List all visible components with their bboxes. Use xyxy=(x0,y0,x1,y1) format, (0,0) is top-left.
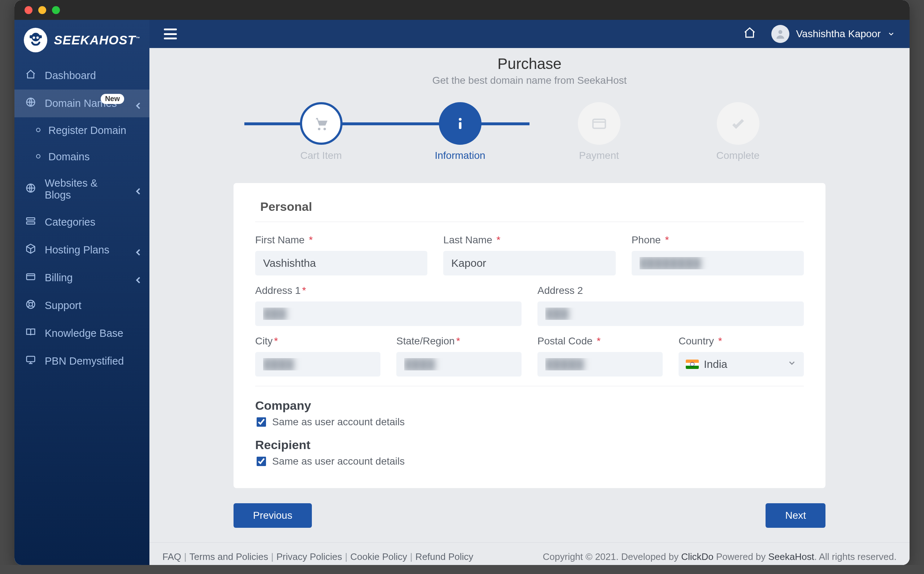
country-flag-icon xyxy=(686,360,699,369)
brand[interactable]: SEEKAHOST™ xyxy=(14,20,150,62)
circle-icon xyxy=(35,151,42,162)
nav: DashboardDomain NamesNewRegister DomainD… xyxy=(14,62,150,375)
sidebar-item-domain-names[interactable]: Domain NamesNew xyxy=(14,90,150,117)
footer: FAQ|Terms and Policies|Privacy Policies|… xyxy=(150,542,910,565)
life-icon xyxy=(25,299,36,312)
company-same-label: Same as user account details xyxy=(272,416,405,428)
cart-icon xyxy=(300,102,343,145)
footer-link-cookie-policy[interactable]: Cookie Policy xyxy=(351,551,408,562)
svg-point-16 xyxy=(323,128,326,130)
sidebar-item-label: Register Domain xyxy=(48,125,139,136)
recipient-same-checkbox[interactable] xyxy=(257,457,266,466)
sidebar-item-billing[interactable]: Billing xyxy=(14,264,150,292)
first-name-input[interactable] xyxy=(255,251,427,276)
svg-rect-13 xyxy=(27,356,35,362)
footer-link-terms-and-policies[interactable]: Terms and Policies xyxy=(189,551,268,562)
sidebar-item-label: Hosting Plans xyxy=(45,244,124,256)
sidebar-item-support[interactable]: Support xyxy=(14,292,150,320)
sidebar-item-categories[interactable]: Categories xyxy=(14,208,150,236)
brand-logo xyxy=(24,28,47,52)
sidebar-item-register-domain[interactable]: Register Domain xyxy=(14,117,150,144)
sidebar-item-dashboard[interactable]: Dashboard xyxy=(14,62,150,90)
step-label: Information xyxy=(434,150,485,161)
stepper: Cart ItemInformationPaymentComplete xyxy=(244,102,815,161)
state-input[interactable] xyxy=(396,352,521,377)
previous-button[interactable]: Previous xyxy=(233,503,312,528)
page-subtitle: Get the best domain name from SeekaHost xyxy=(150,75,910,86)
sidebar-item-websites-blogs[interactable]: Websites & Blogs xyxy=(14,170,150,208)
recipient-same-row[interactable]: Same as user account details xyxy=(255,456,804,467)
footer-seekahost-link[interactable]: SeekaHost xyxy=(768,551,814,562)
sidebar-item-domains[interactable]: Domains xyxy=(14,144,150,170)
info-icon xyxy=(439,102,482,145)
last-name-input[interactable] xyxy=(443,251,615,276)
footer-link-refund-policy[interactable]: Refund Policy xyxy=(416,551,473,562)
step-complete[interactable]: Complete xyxy=(669,102,808,161)
page-header: Purchase Get the best domain name from S… xyxy=(150,55,910,86)
stack-icon xyxy=(25,216,36,229)
phone-label: Phone * xyxy=(632,234,804,246)
sidebar-item-hosting-plans[interactable]: Hosting Plans xyxy=(14,236,150,264)
next-button[interactable]: Next xyxy=(765,503,825,528)
svg-point-6 xyxy=(36,155,40,158)
sidebar-item-label: Billing xyxy=(45,272,124,284)
city-label: City* xyxy=(255,335,381,347)
svg-rect-8 xyxy=(27,218,35,220)
footer-clickdo-link[interactable]: ClickDo xyxy=(681,551,713,562)
window-maximize-dot[interactable] xyxy=(52,6,60,14)
globe-icon xyxy=(25,183,36,196)
personal-title: Personal xyxy=(260,200,804,214)
svg-rect-1 xyxy=(30,35,42,38)
recipient-same-label: Same as user account details xyxy=(272,456,405,467)
address1-label: Address 1* xyxy=(255,285,521,296)
footer-link-privacy-policies[interactable]: Privacy Policies xyxy=(277,551,342,562)
menu-toggle-icon[interactable] xyxy=(164,28,177,39)
postal-input[interactable] xyxy=(537,352,663,377)
company-title: Company xyxy=(255,399,804,413)
sidebar-item-label: Websites & Blogs xyxy=(45,177,124,201)
sidebar-item-knowledge-base[interactable]: Knowledge Base xyxy=(14,320,150,347)
address2-input[interactable] xyxy=(537,301,804,326)
book-icon xyxy=(25,327,36,340)
content: Purchase Get the best domain name from S… xyxy=(150,48,910,565)
company-same-row[interactable]: Same as user account details xyxy=(255,416,804,428)
svg-rect-18 xyxy=(459,122,461,129)
svg-point-17 xyxy=(459,118,462,121)
phone-input[interactable] xyxy=(632,251,804,276)
chevron-down-icon xyxy=(787,358,796,371)
stepper-progress-bar xyxy=(244,122,529,125)
step-payment[interactable]: Payment xyxy=(529,102,669,161)
check-icon xyxy=(717,102,759,145)
svg-point-15 xyxy=(318,128,320,130)
page-title: Purchase xyxy=(150,55,910,73)
state-label: State/Region* xyxy=(396,335,521,347)
monitor-icon xyxy=(25,355,36,368)
chevron-left-icon xyxy=(133,186,139,192)
card-icon xyxy=(25,271,36,284)
main: Vashishtha Kapoor Purchase Get the best … xyxy=(150,20,910,565)
step-cart-item[interactable]: Cart Item xyxy=(252,102,390,161)
window-minimize-dot[interactable] xyxy=(38,6,46,14)
home-icon[interactable] xyxy=(743,26,756,42)
country-label: Country * xyxy=(678,335,804,347)
chevron-left-icon xyxy=(133,275,139,281)
user-menu[interactable]: Vashishtha Kapoor xyxy=(771,25,895,43)
circle-icon xyxy=(35,125,42,136)
chevron-left-icon xyxy=(133,247,139,254)
address1-input[interactable] xyxy=(255,301,521,326)
sidebar-item-pbn-demystified[interactable]: PBN Demystified xyxy=(14,347,150,375)
window-close-dot[interactable] xyxy=(25,6,33,14)
city-input[interactable] xyxy=(255,352,381,377)
step-information[interactable]: Information xyxy=(390,102,529,161)
sidebar-item-label: Knowledge Base xyxy=(45,328,139,339)
form-card: Personal First Name * Last Name * Phone xyxy=(233,183,825,488)
step-label: Cart Item xyxy=(300,150,342,161)
footer-link-faq[interactable]: FAQ xyxy=(162,551,181,562)
sidebar-item-label: PBN Demystified xyxy=(45,355,139,367)
action-row: Previous Next xyxy=(233,503,825,542)
svg-point-2 xyxy=(33,36,35,39)
sidebar-item-label: Support xyxy=(45,300,139,312)
chevron-left-icon xyxy=(133,100,139,107)
svg-point-3 xyxy=(36,36,39,39)
company-same-checkbox[interactable] xyxy=(257,417,266,427)
